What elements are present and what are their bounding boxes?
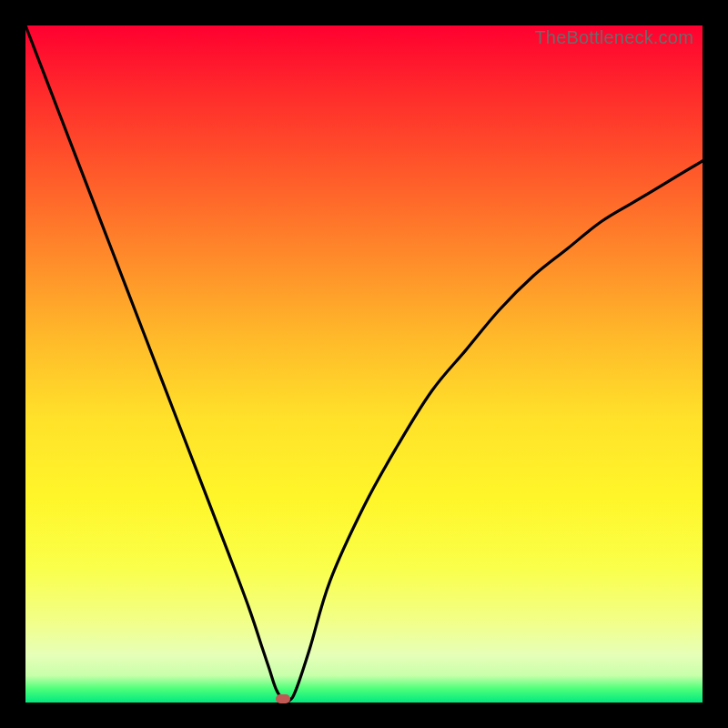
bottleneck-curve: [25, 25, 703, 703]
chart-frame: TheBottleneck.com: [0, 0, 728, 728]
plot-area: TheBottleneck.com: [25, 25, 703, 703]
minimum-marker: [276, 694, 290, 703]
